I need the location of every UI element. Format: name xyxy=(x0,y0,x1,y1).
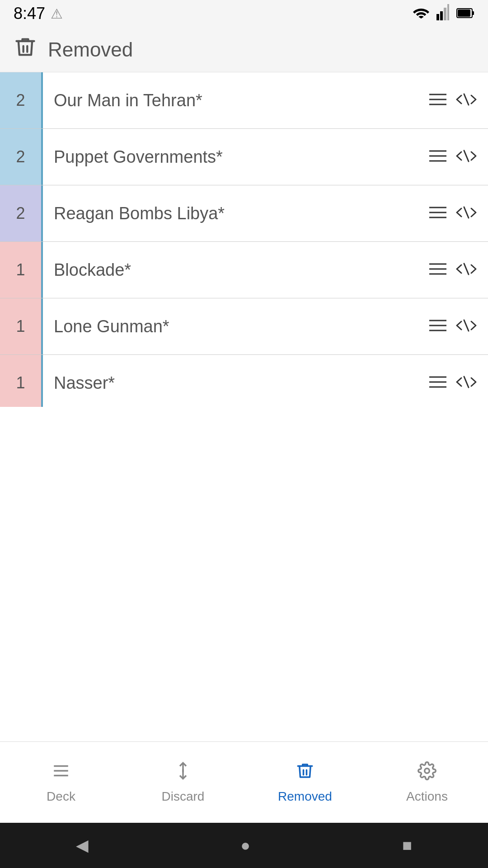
recent-button[interactable]: ■ xyxy=(402,836,412,855)
list-item: 2 Reagan Bombs Libya* xyxy=(0,185,488,242)
svg-line-14 xyxy=(464,151,469,161)
card-actions xyxy=(418,72,488,128)
code-icon[interactable] xyxy=(455,261,477,278)
svg-rect-3 xyxy=(447,4,449,20)
svg-point-44 xyxy=(425,768,430,773)
bottom-nav: Deck Discard Removed xyxy=(0,741,488,823)
list-item: 2 Our Man in Tehran* xyxy=(0,72,488,129)
nav-item-discard[interactable]: Discard xyxy=(122,761,244,804)
card-number: 1 xyxy=(0,298,43,354)
nav-item-removed[interactable]: Removed xyxy=(244,761,366,804)
card-actions xyxy=(418,129,488,185)
status-time: 8:47 xyxy=(14,4,45,23)
card-actions xyxy=(418,185,488,241)
nav-item-actions[interactable]: Actions xyxy=(366,761,488,804)
card-number: 2 xyxy=(0,185,43,241)
menu-icon[interactable] xyxy=(429,261,446,278)
nav-label-removed: Removed xyxy=(278,789,332,804)
svg-line-10 xyxy=(464,94,469,105)
menu-icon[interactable] xyxy=(429,205,446,222)
list-item: 2 Puppet Governments* xyxy=(0,129,488,185)
android-nav: ◀ ● ■ xyxy=(0,823,488,868)
card-number: 1 xyxy=(0,355,43,407)
code-icon[interactable] xyxy=(455,318,477,335)
status-left: 8:47 ⚠ xyxy=(14,4,63,23)
card-list: 2 Our Man in Tehran* xyxy=(0,72,488,407)
removed-icon xyxy=(296,761,314,785)
nav-label-discard: Discard xyxy=(162,789,205,804)
warning-icon: ⚠ xyxy=(51,6,63,22)
card-number: 2 xyxy=(0,72,43,128)
svg-rect-1 xyxy=(440,11,443,20)
back-button[interactable]: ◀ xyxy=(76,836,89,855)
page-title: Removed xyxy=(48,38,133,61)
card-name: Reagan Bombs Libya* xyxy=(43,185,418,241)
svg-rect-0 xyxy=(436,14,439,20)
status-right xyxy=(413,4,474,24)
svg-line-22 xyxy=(464,264,469,274)
card-name: Puppet Governments* xyxy=(43,129,418,185)
card-name: Our Man in Tehran* xyxy=(43,72,418,128)
signal-icon xyxy=(436,4,449,24)
code-icon[interactable] xyxy=(455,374,477,392)
card-actions xyxy=(418,298,488,354)
menu-icon[interactable] xyxy=(429,318,446,335)
actions-icon xyxy=(418,761,436,785)
svg-rect-6 xyxy=(458,9,470,17)
card-actions xyxy=(418,242,488,298)
card-number: 2 xyxy=(0,129,43,185)
code-icon[interactable] xyxy=(455,205,477,222)
card-name: Lone Gunman* xyxy=(43,298,418,354)
battery-icon xyxy=(456,6,474,21)
card-number: 1 xyxy=(0,242,43,298)
deck-icon xyxy=(52,761,70,785)
svg-rect-5 xyxy=(472,11,474,15)
svg-line-18 xyxy=(464,207,469,218)
svg-line-26 xyxy=(464,320,469,331)
wifi-icon xyxy=(413,6,429,22)
list-item: 1 Blockade* xyxy=(0,242,488,298)
nav-label-actions: Actions xyxy=(406,789,448,804)
list-item: 1 Lone Gunman* xyxy=(0,298,488,355)
svg-rect-2 xyxy=(444,8,446,20)
nav-label-deck: Deck xyxy=(47,789,75,804)
code-icon[interactable] xyxy=(455,148,477,165)
menu-icon[interactable] xyxy=(429,148,446,165)
nav-item-deck[interactable]: Deck xyxy=(0,761,122,804)
code-icon[interactable] xyxy=(455,92,477,109)
list-item: 1 Nasser* xyxy=(0,355,488,407)
app-bar: Removed xyxy=(0,27,488,72)
home-button[interactable]: ● xyxy=(240,836,250,855)
empty-area xyxy=(0,407,488,741)
card-actions xyxy=(418,355,488,407)
card-name: Blockade* xyxy=(43,242,418,298)
svg-line-30 xyxy=(464,377,469,387)
status-bar: 8:47 ⚠ xyxy=(0,0,488,27)
menu-icon[interactable] xyxy=(429,92,446,109)
card-name: Nasser* xyxy=(43,355,418,407)
menu-icon[interactable] xyxy=(429,374,446,392)
trash-icon xyxy=(14,35,37,64)
discard-icon xyxy=(174,761,192,785)
